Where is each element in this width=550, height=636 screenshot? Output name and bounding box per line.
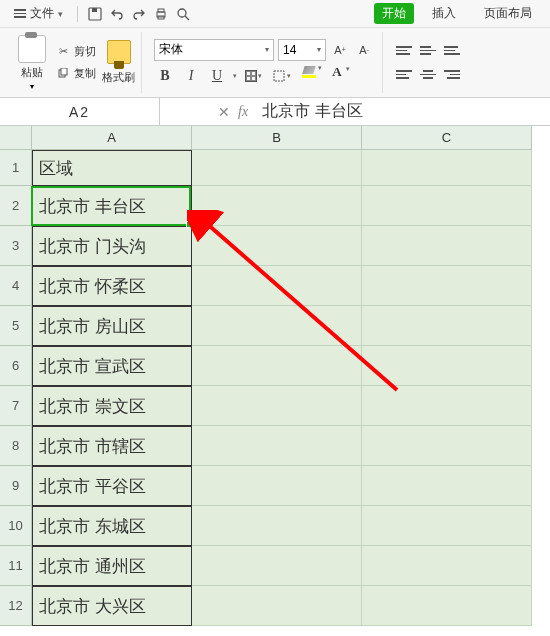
cell-C5[interactable] xyxy=(362,306,532,346)
cut-button[interactable]: ✂ 剪切 xyxy=(56,42,96,62)
cell-C4[interactable] xyxy=(362,266,532,306)
font-size-dropdown[interactable]: 14 ▾ xyxy=(278,39,326,61)
spreadsheet-grid[interactable]: A B C 123456789101112 区域北京市 丰台区北京市 门头沟北京… xyxy=(0,126,550,636)
chevron-down-icon[interactable]: ▾ xyxy=(233,72,237,80)
formula-input[interactable]: 北京市 丰台区 xyxy=(256,101,550,122)
align-middle-button[interactable] xyxy=(417,41,439,61)
borders-button[interactable]: ▾ xyxy=(241,66,265,86)
cell-B12[interactable] xyxy=(192,586,362,626)
cell-A11[interactable]: 北京市 通州区 xyxy=(32,546,192,586)
row-header[interactable]: 10 xyxy=(0,506,32,546)
cell-B10[interactable] xyxy=(192,506,362,546)
align-left-button[interactable] xyxy=(393,65,415,85)
preview-icon[interactable] xyxy=(174,5,192,23)
row-header[interactable]: 2 xyxy=(0,186,32,226)
cell-B1[interactable] xyxy=(192,150,362,186)
copy-button[interactable]: 复制 xyxy=(56,64,96,84)
cell-C2[interactable] xyxy=(362,186,532,226)
ribbon: 粘贴 ▾ ✂ 剪切 复制 格式刷 宋体 ▾ 14 ▾ xyxy=(0,28,550,98)
svg-rect-9 xyxy=(274,71,284,81)
tab-start[interactable]: 开始 xyxy=(374,3,414,24)
save-icon[interactable] xyxy=(86,5,104,23)
select-all-corner[interactable] xyxy=(0,126,32,150)
cell-C11[interactable] xyxy=(362,546,532,586)
col-header-c[interactable]: C xyxy=(362,126,532,150)
cell-C10[interactable] xyxy=(362,506,532,546)
redo-icon[interactable] xyxy=(130,5,148,23)
cell-A7[interactable]: 北京市 崇文区 xyxy=(32,386,192,426)
border-style-button[interactable]: ▾ xyxy=(269,66,293,86)
cell-A4[interactable]: 北京市 怀柔区 xyxy=(32,266,192,306)
cell-C9[interactable] xyxy=(362,466,532,506)
row-header[interactable]: 4 xyxy=(0,266,32,306)
row-header[interactable]: 9 xyxy=(0,466,32,506)
cell-B11[interactable] xyxy=(192,546,362,586)
fill-color-button[interactable]: ▾ xyxy=(297,66,321,86)
cell-B2[interactable] xyxy=(192,186,362,226)
cell-B3[interactable] xyxy=(192,226,362,266)
font-color-button[interactable]: A ▾ xyxy=(325,66,349,86)
cell-A1[interactable]: 区域 xyxy=(32,150,192,186)
cell-B5[interactable] xyxy=(192,306,362,346)
svg-rect-3 xyxy=(158,9,164,12)
decrease-font-button[interactable]: A- xyxy=(354,40,374,60)
cell-A2[interactable]: 北京市 丰台区 xyxy=(32,186,192,226)
cell-B6[interactable] xyxy=(192,346,362,386)
align-bottom-button[interactable] xyxy=(441,41,463,61)
underline-button[interactable]: U xyxy=(206,65,228,87)
row-header[interactable]: 11 xyxy=(0,546,32,586)
cell-A8[interactable]: 北京市 市辖区 xyxy=(32,426,192,466)
scissors-icon: ✂ xyxy=(56,45,70,59)
svg-rect-8 xyxy=(61,68,67,75)
ribbon-tabs: 开始 插入 页面布局 xyxy=(374,1,542,26)
cell-B9[interactable] xyxy=(192,466,362,506)
row-header[interactable]: 7 xyxy=(0,386,32,426)
row-header[interactable]: 12 xyxy=(0,586,32,626)
row-header[interactable]: 3 xyxy=(0,226,32,266)
bold-button[interactable]: B xyxy=(154,65,176,87)
cell-C7[interactable] xyxy=(362,386,532,426)
cell-A3[interactable]: 北京市 门头沟 xyxy=(32,226,192,266)
file-menu[interactable]: 文件 ▾ xyxy=(8,3,69,24)
italic-button[interactable]: I xyxy=(180,65,202,87)
tab-insert[interactable]: 插入 xyxy=(422,1,466,26)
paste-label: 粘贴 xyxy=(21,65,43,80)
font-size-value: 14 xyxy=(283,43,296,57)
format-painter-button[interactable]: 格式刷 xyxy=(102,40,135,85)
paste-button[interactable]: 粘贴 ▾ xyxy=(14,33,50,93)
cell-A9[interactable]: 北京市 平谷区 xyxy=(32,466,192,506)
clipboard-group: 粘贴 ▾ ✂ 剪切 复制 格式刷 xyxy=(8,32,142,93)
align-top-button[interactable] xyxy=(393,41,415,61)
cell-A10[interactable]: 北京市 东城区 xyxy=(32,506,192,546)
clipboard-icon xyxy=(18,35,46,63)
print-icon[interactable] xyxy=(152,5,170,23)
cell-A5[interactable]: 北京市 房山区 xyxy=(32,306,192,346)
align-right-button[interactable] xyxy=(441,65,463,85)
align-center-button[interactable] xyxy=(417,65,439,85)
cancel-icon[interactable]: ✕ xyxy=(218,104,230,120)
row-header[interactable]: 1 xyxy=(0,150,32,186)
row-header[interactable]: 6 xyxy=(0,346,32,386)
increase-font-button[interactable]: A+ xyxy=(330,40,350,60)
cell-A6[interactable]: 北京市 宣武区 xyxy=(32,346,192,386)
fx-icon[interactable]: fx xyxy=(238,104,248,120)
cells-area[interactable]: 区域北京市 丰台区北京市 门头沟北京市 怀柔区北京市 房山区北京市 宣武区北京市… xyxy=(32,150,550,636)
undo-icon[interactable] xyxy=(108,5,126,23)
font-name-dropdown[interactable]: 宋体 ▾ xyxy=(154,39,274,61)
col-header-a[interactable]: A xyxy=(32,126,192,150)
cell-B7[interactable] xyxy=(192,386,362,426)
tab-layout[interactable]: 页面布局 xyxy=(474,1,542,26)
cell-B8[interactable] xyxy=(192,426,362,466)
row-header[interactable]: 8 xyxy=(0,426,32,466)
name-box[interactable]: A2 xyxy=(0,98,160,125)
cell-B4[interactable] xyxy=(192,266,362,306)
cell-C3[interactable] xyxy=(362,226,532,266)
cell-C6[interactable] xyxy=(362,346,532,386)
separator xyxy=(77,6,78,22)
col-header-b[interactable]: B xyxy=(192,126,362,150)
cell-C12[interactable] xyxy=(362,586,532,626)
cell-C1[interactable] xyxy=(362,150,532,186)
cell-A12[interactable]: 北京市 大兴区 xyxy=(32,586,192,626)
row-header[interactable]: 5 xyxy=(0,306,32,346)
cell-C8[interactable] xyxy=(362,426,532,466)
